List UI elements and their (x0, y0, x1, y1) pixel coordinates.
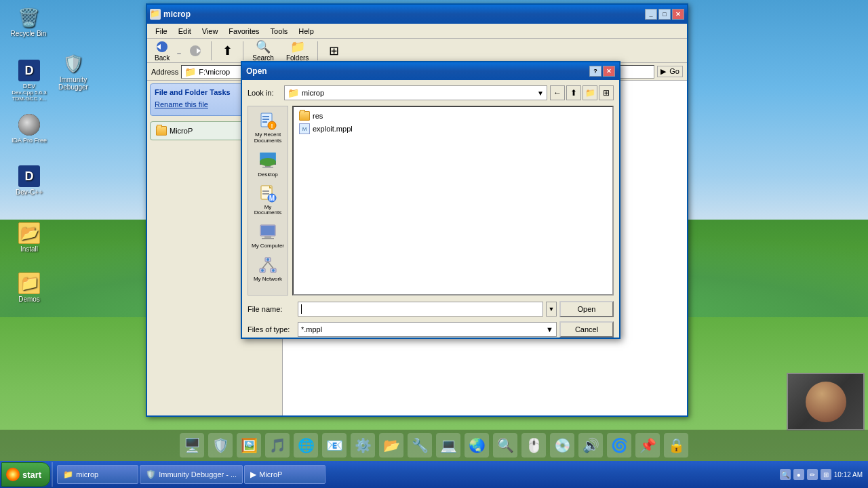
sidebar-my-network[interactable]: My Network (250, 253, 286, 285)
open-dialog-buttons: ? ✕ (589, 66, 615, 77)
desktop-icon-install[interactable]: 📂 Install (5, 222, 53, 253)
menu-help[interactable]: Help (293, 26, 319, 37)
dock-icon-3[interactable]: 🖼️ (237, 433, 261, 458)
close-button[interactable]: ✕ (672, 9, 684, 20)
desktop-icon-recycle-bin[interactable]: 🗑️ Recycle Bin (7, 7, 50, 37)
dock-icon-16[interactable]: 🌀 (607, 433, 631, 458)
folders-label: Folders (286, 54, 309, 62)
desktop-icon-idapro[interactable]: IDA Pro Free (5, 114, 53, 144)
menu-tools[interactable]: Tools (265, 26, 294, 37)
desktop-icon-demos[interactable]: 📁 Demos (5, 272, 53, 303)
dock-icon-8[interactable]: 📂 (379, 433, 403, 458)
dock-icon-6[interactable]: 📧 (322, 433, 347, 458)
my-docs-icon: M (258, 184, 277, 203)
systray-time: 10:12 AM (834, 471, 863, 479)
desktop-icon-devcpp2[interactable]: D Dev-C++ (5, 165, 53, 196)
dock-icon-4[interactable]: 🎵 (265, 433, 290, 458)
dock-icon-14[interactable]: 💿 (550, 433, 574, 458)
lookin-newfolder-button[interactable]: 📁 (583, 85, 597, 100)
menu-favorites[interactable]: Favorites (223, 26, 264, 37)
dock-icon-2[interactable]: 🛡️ (208, 433, 233, 458)
up-button[interactable]: ⬆ (216, 42, 239, 60)
taskbar-item-microp[interactable]: 📁 microp (57, 465, 138, 484)
dock-icon-17[interactable]: 📌 (635, 433, 660, 458)
open-dialog-close-button[interactable]: ✕ (603, 66, 615, 77)
back-button[interactable]: Back (150, 38, 174, 64)
lookin-back-button[interactable]: ← (550, 85, 565, 100)
go-button[interactable]: ▶ Go (657, 66, 683, 77)
filetype-value: *.mppl (301, 325, 322, 333)
sidebar-my-docs[interactable]: M My Documents (250, 182, 286, 220)
cancel-button[interactable]: Cancel (559, 321, 614, 338)
dock-icon-7[interactable]: ⚙️ (351, 433, 375, 458)
taskbar-microp-app-icon: ▶ (250, 470, 256, 479)
lookin-view-button[interactable]: ⊞ (599, 85, 614, 100)
desktop-icon-immunity[interactable]: 🛡️ Immunity Debugger (52, 53, 95, 91)
search-label: Search (252, 54, 274, 62)
dock-icon-1[interactable]: 🖥️ (180, 433, 204, 458)
go-label: Go (669, 67, 679, 75)
maximize-button[interactable]: □ (658, 9, 671, 20)
systray: 🔍 ● ✏ ⊞ 10:12 AM (774, 469, 868, 480)
file-item-exploit[interactable]: M exploit.mppl (296, 122, 610, 136)
recycle-bin-label: Recycle Bin (11, 30, 47, 37)
menu-view[interactable]: View (197, 26, 224, 37)
back-label: Back (155, 54, 170, 62)
open-button[interactable]: Open (559, 301, 614, 317)
lookin-label: Look in: (248, 89, 281, 97)
lookin-up-button[interactable]: ⬆ (566, 85, 581, 100)
devcpp2-icon: D (18, 165, 40, 187)
taskbar-items: 📁 microp 🛡️ Immunity Debugger - ... ▶ Mi… (54, 465, 774, 484)
dock-icon-11[interactable]: 🌏 (465, 433, 489, 458)
dock-icon-9[interactable]: 🔧 (408, 433, 432, 458)
filetype-label: Files of type: (248, 325, 295, 333)
filetype-select[interactable]: *.mppl ▼ (298, 322, 557, 337)
res-name: res (313, 112, 323, 120)
dock-icon-5[interactable]: 🌐 (294, 433, 318, 458)
menu-file[interactable]: File (150, 26, 173, 37)
menu-edit[interactable]: Edit (173, 26, 197, 37)
search-button[interactable]: 🔍 Search (248, 38, 279, 64)
dock-icon-18[interactable]: 🔒 (664, 433, 688, 458)
sidebar-recent-docs[interactable]: ! My Recent Documents (250, 109, 286, 147)
systray-icon-2: ● (793, 469, 804, 480)
filename-input[interactable] (298, 302, 543, 317)
taskbar-immunity-label: Immunity Debugger - ... (159, 470, 237, 479)
start-button[interactable]: start (1, 462, 50, 487)
view-button[interactable]: ⊞ (322, 42, 345, 60)
open-dialog-titlebar[interactable]: Open ? ✕ (242, 62, 619, 80)
svg-rect-23 (261, 226, 275, 235)
lookin-select[interactable]: 📁 microp ▼ (284, 85, 547, 100)
svg-point-32 (261, 269, 264, 272)
open-dialog: Open ? ✕ Look in: 📁 microp ▼ ← ⬆ (241, 61, 620, 339)
file-item-res[interactable]: res (296, 110, 610, 122)
titlebar-buttons: _ □ ✕ (645, 9, 684, 20)
taskbar-item-microp-app[interactable]: ▶ MicroP (244, 465, 326, 484)
taskbar-item-immunity[interactable]: 🛡️ Immunity Debugger - ... (140, 465, 243, 484)
forward-button[interactable] (184, 42, 207, 60)
sidebar-my-computer[interactable]: My Computer (250, 220, 286, 252)
dock-icon-12[interactable]: 🔍 (493, 433, 517, 458)
dock-icon-15[interactable]: 🔊 (578, 433, 603, 458)
svg-rect-25 (262, 238, 274, 239)
lookin-bar: Look in: 📁 microp ▼ ← ⬆ 📁 ⊞ (248, 85, 614, 100)
file-list[interactable]: res M exploit.mppl (292, 106, 614, 296)
microp-folder-name: MicroP (170, 127, 193, 135)
microp-folder-icon (156, 126, 167, 136)
desktop-sidebar-icon (258, 151, 277, 170)
install-label: Install (20, 245, 38, 253)
filename-dropdown-icon[interactable]: ▼ (546, 302, 557, 317)
taskbar: start 📁 microp 🛡️ Immunity Debugger - ..… (0, 461, 868, 488)
microp-titlebar[interactable]: 📁 microp _ □ ✕ (147, 5, 687, 24)
immunity-label: Immunity (60, 76, 87, 83)
open-dialog-help-button[interactable]: ? (589, 66, 601, 77)
desktop-icon-devcpp1[interactable]: D DEV Dev-Cpp 5.6.3 TDM-GCC x... (5, 60, 53, 102)
minimize-button[interactable]: _ (645, 9, 657, 20)
folders-button[interactable]: 📁 Folders (281, 38, 313, 64)
dock-icon-10[interactable]: 💻 (436, 433, 460, 458)
dock-icon-13[interactable]: 🖱️ (521, 433, 546, 458)
devcpp1-label: DEV (23, 83, 36, 89)
sidebar-desktop[interactable]: Desktop (250, 148, 286, 180)
cursor-blink (301, 304, 302, 314)
systray-icon-3: ✏ (807, 469, 818, 480)
